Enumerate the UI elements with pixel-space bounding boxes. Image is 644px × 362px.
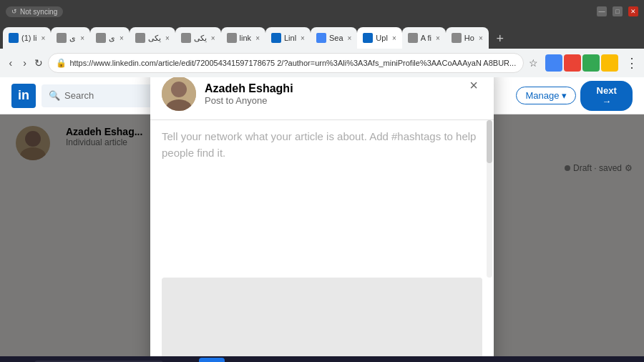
scroll-thumb[interactable] [487,120,492,163]
modal-avatar [162,77,196,111]
tab-afi[interactable]: A fi × [402,27,446,49]
manage-button[interactable]: Manage ▾ [516,87,576,104]
ext-icon-1[interactable] [545,54,562,72]
tab-upl-active[interactable]: Upl × [357,27,401,49]
word-icon[interactable]: 📝 [362,358,388,362]
lock-icon: 🔒 [56,58,67,68]
edge-icon[interactable] [199,358,225,362]
sync-status: ↺ Not syncing [6,6,63,17]
page-content: in 🔍 Search 🏠 Home 👥 💼 💬1 🔔 [0,77,644,356]
tab-li[interactable]: (1) li × [3,27,51,49]
tab-favicon [452,33,462,43]
svg-point-3 [171,82,187,97]
browser-chrome: ↺ Not syncing — □ ✕ (1) li × ی × ی × [0,0,644,77]
tab-favicon [96,33,106,43]
ext-icon-3[interactable] [582,54,600,72]
modal-close-button[interactable]: × [462,77,485,97]
tab-y1[interactable]: ی × [51,27,90,49]
url-text: https://www.linkedin.com/article/edit/72… [69,59,516,67]
tab-favicon [408,33,418,43]
linkedin-logo: in [11,84,36,108]
start-button[interactable] [6,358,31,362]
tab-yeki1[interactable]: یکی × [130,27,175,49]
title-bar: ↺ Not syncing — □ ✕ [0,0,644,23]
tab-favicon [271,33,281,43]
traffic-lights: ↺ Not syncing [6,6,63,17]
ext-icon-2[interactable] [564,54,581,72]
teams-icon[interactable]: 👾 [335,358,361,362]
article-actions: Manage ▾ Next → [516,81,633,111]
scroll-track [487,120,492,278]
modal-body: Tell your network what your article is a… [150,120,494,356]
maximize-btn[interactable]: □ [613,6,623,16]
tab-favicon [227,33,237,43]
tab-y2[interactable]: ی × [90,27,130,49]
tab-link[interactable]: link × [221,27,265,49]
tab-favicon [363,33,373,43]
explorer-icon[interactable]: 📁 [226,358,252,362]
taskview-button[interactable]: ⊞ [172,358,197,362]
modal-header: Azadeh Eshaghi Post to Anyone × [150,77,494,120]
app-icon[interactable]: 🔷 [389,358,415,362]
window-controls: — □ ✕ [597,6,638,16]
bookmark-button[interactable]: ☆ [528,54,538,72]
address-bar[interactable]: 🔒 https://www.linkedin.com/article/edit/… [48,53,524,73]
tab-bar: (1) li × ی × ی × یکی × یکی × link × [0,23,644,49]
new-tab-button[interactable]: + [492,30,509,47]
taskbar: 🔍 Type here to search 🎯 ⊞ 📁 🌐 🦊 📧 👾 📝 🔷 … [0,356,644,362]
modal-textarea-area[interactable]: Tell your network what your article is a… [150,120,494,278]
tab-favicon [9,33,19,43]
modal-placeholder: Tell your network what your article is a… [162,129,482,161]
chrome-icon[interactable]: 🌐 [253,358,279,362]
modal-user-sub: Post to Anyone [205,95,293,106]
extension-icons [545,54,618,72]
back-button[interactable]: ‹ [6,54,16,72]
taskbar-app-icons: ⊞ 📁 🌐 🦊 📧 👾 📝 🔷 [172,358,415,362]
tab-yeki2[interactable]: یکی × [175,27,221,49]
close-btn[interactable]: ✕ [628,6,638,16]
minimize-btn[interactable]: — [597,6,607,16]
next-button[interactable]: Next → [580,81,633,111]
tab-favicon [181,33,191,43]
tab-linl[interactable]: Linl × [265,27,311,49]
tab-sea[interactable]: Sea × [311,27,357,49]
reload-button[interactable]: ↻ [34,54,44,72]
tab-favicon [316,33,326,43]
firefox-icon[interactable]: 🦊 [280,358,306,362]
modal-image-area [162,278,482,356]
menu-button[interactable]: ⋮ [625,54,638,72]
tab-favicon [57,33,67,43]
tab-ho[interactable]: Ho × [446,27,489,49]
search-icon: 🔍 [49,90,60,101]
outlook-icon[interactable]: 📧 [308,358,333,362]
forward-button[interactable]: › [20,54,30,72]
tab-favicon [135,33,145,43]
nav-bar: ‹ › ↻ 🔒 https://www.linkedin.com/article… [0,49,644,77]
ext-icon-4[interactable] [601,54,618,72]
modal-user-info: Azadeh Eshaghi Post to Anyone [205,82,293,106]
modal-user-name: Azadeh Eshaghi [205,82,293,95]
publish-modal: Azadeh Eshaghi Post to Anyone × Tell you… [150,77,494,356]
